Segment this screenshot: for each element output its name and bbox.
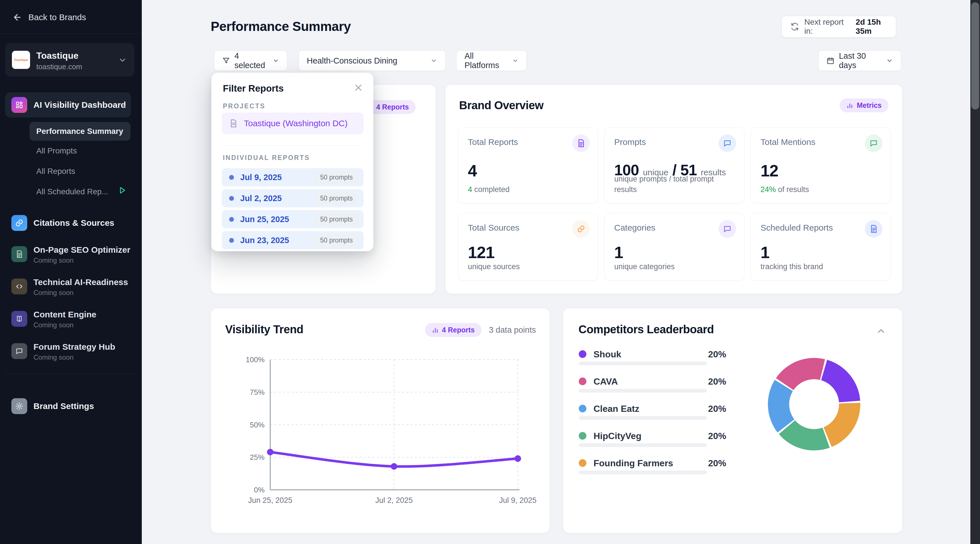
next-report-value: 2d 15h 35m — [856, 17, 896, 36]
coming-soon-label: Coming soon — [33, 256, 73, 264]
report-item[interactable]: Jun 23, 2025 50 prompts — [222, 231, 364, 249]
document-icon — [11, 246, 27, 262]
sidebar-item-technical-ai-readiness[interactable]: Technical AI-Readiness Coming soon — [5, 274, 131, 299]
category-select-value: Health-Conscious Dining — [307, 56, 397, 65]
stat-total-reports: Total Reports 4 4 completed — [458, 127, 598, 204]
visibility-trend-title: Visibility Trend — [225, 323, 304, 336]
stat-sub: unique categories — [614, 261, 683, 272]
stat-value: 12 — [760, 161, 778, 180]
sidebar-item-all-scheduled-reports[interactable]: All Scheduled Rep... — [36, 187, 108, 196]
legend-dot-icon — [579, 350, 586, 358]
chevron-up-icon — [120, 103, 127, 110]
stat-total-sources: Total Sources 121 unique sources — [458, 213, 598, 280]
svg-text:0%: 0% — [254, 485, 264, 494]
sidebar-item-ai-visibility-dashboard[interactable]: AI Visibility Dashboard — [5, 92, 131, 118]
date-range-button[interactable]: Last 30 days — [818, 51, 901, 71]
svg-text:75%: 75% — [250, 388, 264, 396]
stat-sub: unique prompts / total prompt results — [614, 174, 744, 194]
report-prompts-badge: 50 prompts — [315, 234, 358, 247]
filter-reports-popup: Filter Reports PROJECTS Toastique (Washi… — [211, 73, 374, 251]
chat-bubble-icon — [719, 134, 736, 152]
chat-bubble-icon — [11, 343, 27, 359]
legend-dot-icon — [579, 405, 586, 412]
stat-sub: 4 completed — [468, 185, 518, 194]
stat-value: 121 — [468, 243, 495, 262]
svg-text:25%: 25% — [250, 453, 264, 461]
legend-dot-icon — [579, 459, 586, 467]
legend-dot-icon — [579, 377, 586, 385]
coming-soon-label: Coming soon — [33, 289, 73, 297]
scrollbar-thumb[interactable] — [971, 2, 979, 110]
report-item[interactable]: Jul 2, 2025 50 prompts — [222, 189, 364, 207]
competitors-leaderboard-card: Competitors Leaderboard Shouk 20% CAVA 2… — [563, 308, 902, 533]
close-icon[interactable] — [354, 83, 363, 92]
report-date: Jun 23, 2025 — [240, 236, 315, 245]
sidebar-item-label: Technical AI-Readiness — [33, 277, 128, 287]
date-range-label: Last 30 days — [839, 51, 881, 70]
brand-domain: toastique.com — [36, 62, 82, 71]
report-date: Jun 25, 2025 — [240, 215, 315, 224]
stat-title: Scheduled Reports — [760, 223, 833, 232]
project-name: Toastique (Washington DC) — [244, 119, 348, 128]
coming-soon-label: Coming soon — [33, 353, 73, 361]
brand-logo: Toastique — [12, 51, 30, 69]
popup-title: Filter Reports — [223, 83, 284, 94]
sidebar-item-label: AI Visibility Dashboard — [33, 100, 126, 110]
sidebar-item-citations-sources[interactable]: Citations & Sources — [5, 210, 131, 235]
book-icon — [11, 311, 27, 327]
sidebar-item-forum-strategy-hub[interactable]: Forum Strategy Hub Coming soon — [5, 339, 131, 364]
projects-section-label: PROJECTS — [223, 102, 266, 110]
next-report-card: Next report in: 2d 15h 35m — [781, 16, 896, 37]
bar-chart-icon — [432, 327, 439, 334]
back-to-brands-button[interactable]: Back to Brands — [13, 13, 86, 22]
sidebar-item-label: Brand Settings — [33, 401, 94, 411]
report-dot-icon — [229, 175, 234, 180]
brand-switcher[interactable]: Toastique Toastique toastique.com — [5, 43, 134, 76]
play-icon[interactable] — [118, 186, 126, 194]
competitors-title: Competitors Leaderboard — [579, 323, 714, 336]
sidebar-item-performance-summary[interactable]: Performance Summary — [30, 122, 130, 141]
report-item[interactable]: Jul 9, 2025 50 prompts — [222, 168, 364, 186]
visibility-trend-chart: 0%25%50%75%100%Jun 25, 2025Jul 2, 2025Ju… — [217, 352, 546, 516]
report-prompts-badge: 50 prompts — [315, 171, 358, 183]
funnel-icon — [222, 56, 230, 65]
stat-title: Total Reports — [468, 137, 518, 147]
gear-icon — [11, 398, 27, 414]
brand-overview-card: Brand Overview Metrics Total Reports 4 4… — [445, 84, 902, 294]
stat-title: Total Sources — [468, 223, 520, 232]
individual-reports-section-label: INDIVIDUAL REPORTS — [223, 154, 310, 162]
project-item[interactable]: Toastique (Washington DC) — [222, 113, 364, 134]
sidebar-item-all-reports[interactable]: All Reports — [36, 167, 75, 176]
sidebar-item-label: Performance Summary — [36, 127, 123, 136]
svg-text:Jun 25, 2025: Jun 25, 2025 — [248, 496, 292, 504]
platforms-select[interactable]: All Platforms — [456, 51, 527, 71]
legend-dot-icon — [579, 432, 586, 440]
refresh-icon — [790, 22, 799, 32]
stat-sub: tracking this brand — [760, 261, 832, 272]
metrics-badge[interactable]: Metrics — [840, 99, 888, 112]
visibility-trend-card: Visibility Trend 4 Reports 3 data points… — [211, 308, 550, 533]
reports-filter-label: 4 selected — [234, 51, 268, 70]
sidebar-item-brand-settings[interactable]: Brand Settings — [5, 394, 131, 418]
stat-categories: Categories 1 unique categories — [604, 213, 745, 280]
report-item[interactable]: Jun 25, 2025 50 prompts — [222, 210, 364, 228]
app-window: Back to Brands Toastique Toastique toast… — [0, 0, 980, 544]
chat-bubble-icon — [865, 134, 883, 152]
category-select[interactable]: Health-Conscious Dining — [299, 51, 445, 71]
sidebar-item-content-engine[interactable]: Content Engine Coming soon — [5, 306, 131, 331]
reports-filter-button[interactable]: 4 selected — [214, 51, 287, 71]
brand-overview-title: Brand Overview — [459, 99, 544, 112]
svg-text:Jul 2, 2025: Jul 2, 2025 — [375, 496, 413, 504]
document-icon — [865, 220, 883, 238]
stat-total-mentions: Total Mentions 12 24% of results — [751, 127, 891, 204]
stat-title: Categories — [614, 223, 655, 232]
chevron-down-icon — [118, 56, 127, 65]
report-date: Jul 2, 2025 — [240, 194, 315, 203]
scrollbar[interactable] — [970, 0, 980, 544]
sidebar-item-label: Forum Strategy Hub — [33, 342, 115, 352]
reports-count-badge: 4 Reports — [425, 323, 482, 337]
sidebar-item-onpage-seo[interactable]: On-Page SEO Optimizer Coming soon — [5, 242, 131, 267]
sidebar-item-all-prompts[interactable]: All Prompts — [36, 146, 77, 156]
collapse-chevron-up-icon[interactable] — [876, 326, 886, 336]
document-icon — [229, 119, 238, 128]
